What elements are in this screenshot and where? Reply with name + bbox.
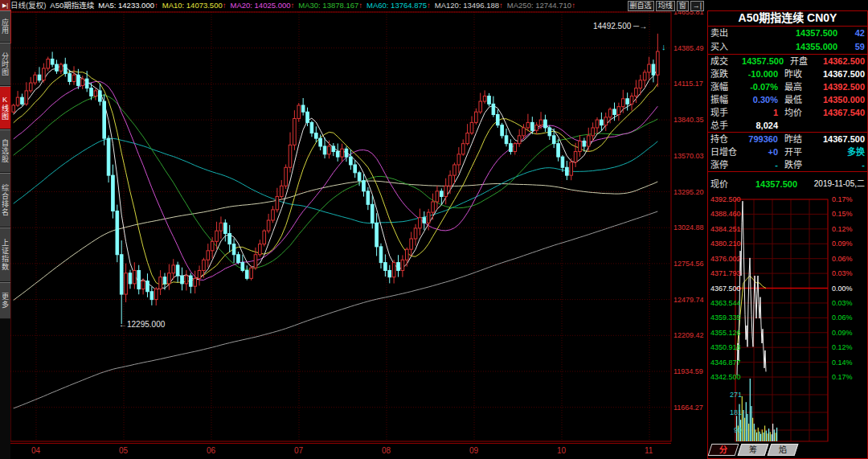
intraday-price-label: 4392.500 [710, 195, 751, 203]
current-price-row: 现价14357.5002019-11-05,二 [708, 178, 867, 191]
price-axis-label: 11934.59 [674, 367, 707, 375]
quote-rows: 卖出14357.50042买入14355.00059成交14357.500开盘1… [708, 27, 867, 191]
quote-label: 最高 [784, 80, 812, 93]
intraday-percent-label: 0.15% [832, 210, 866, 218]
quote-value: 多换 [812, 145, 865, 158]
month-label-07: 07 [294, 446, 303, 455]
month-label-11: 11 [645, 446, 653, 455]
quote-row-9: 持仓799360昨结14367.500 [708, 133, 867, 145]
topbar-button-4[interactable]: →| [690, 1, 704, 11]
quote-label: 涨跌 [710, 68, 744, 80]
intraday-price-label: 4363.544 [710, 299, 751, 307]
quote-value: 14357.500 [744, 27, 837, 40]
quote-label: 现手 [710, 106, 744, 119]
quote-label: 跌停 [784, 158, 812, 171]
quote-row-1: 卖出14357.50042 [708, 27, 867, 40]
quote-value: 14357.500 [744, 178, 797, 191]
sidebar-item-6[interactable]: 上证指数 [0, 227, 10, 282]
topbar-button-1[interactable]: 删自选 [628, 1, 654, 11]
quote-value [812, 119, 865, 132]
up-arrow-icon: ↑ [358, 1, 362, 10]
intraday-percent-label: 0.17% [832, 373, 866, 381]
panel-tab-3[interactable]: 焰 [769, 444, 796, 456]
price-axis-label: 14385.49 [674, 44, 707, 52]
intraday-percent-label: 0.03% [832, 269, 866, 277]
quote-label: 昨收 [784, 68, 812, 80]
quote-value: 14367.500 [812, 133, 865, 145]
intraday-percent-label: 0.14% [832, 359, 866, 367]
quote-panel: A50期指连续 CN0Y 卖出14357.50042买入14355.00059成… [707, 10, 868, 459]
quote-label: 日增仓 [710, 145, 744, 158]
intraday-price-label: 4350.918 [710, 343, 751, 351]
quote-value: 14392.500 [812, 80, 865, 93]
sidebar-item-4[interactable]: 自选股 [0, 129, 10, 173]
quote-value: 799360 [744, 133, 778, 145]
quote-value: - [812, 158, 865, 171]
sidebar-item-7[interactable]: 更多 [0, 282, 10, 319]
price-axis-label: 13024.88 [674, 223, 707, 232]
intraday-percent-label: 0.00% [832, 285, 866, 293]
price-axis-label: 13570.03 [674, 152, 707, 160]
quote-label: 最低 [784, 93, 812, 106]
sidebar-item-3[interactable]: K线图 [0, 86, 10, 129]
quote-label: 卖出 [710, 27, 744, 40]
symbol-label: A50期指连续 [50, 0, 94, 11]
quote-row-3: 成交14357.500开盘14362.500 [708, 55, 867, 68]
sidebar-item-2[interactable]: 分时图 [0, 43, 10, 86]
quote-count: 42 [837, 27, 865, 40]
quote-label: 涨幅 [710, 80, 744, 93]
price-axis-label: 12479.74 [674, 296, 707, 304]
intraday-percent-label: 0.06% [832, 255, 866, 263]
topbar-button-3[interactable]: 窗 [677, 1, 689, 11]
price-axis-label: 13840.35 [674, 116, 707, 124]
quote-value: +0 [744, 145, 778, 158]
quote-label: 均价 [784, 106, 812, 119]
sidebar-item-5[interactable]: 综合排名 [0, 173, 10, 227]
intraday-volume-label: 181 [719, 408, 742, 416]
sidebar-collapse-icon[interactable]: ▶| [0, 0, 10, 10]
ma-legend-entry-4: MA30: 13878.167↑ [298, 0, 362, 11]
month-label-06: 06 [207, 446, 215, 455]
quote-label: 买入 [710, 40, 744, 54]
quote-label: 昨结 [784, 133, 812, 145]
intraday-price-label: 4367.500 [710, 285, 751, 293]
sidebar-item-1[interactable]: 应用 [0, 10, 10, 43]
ma-legend: MA5: 14233.000↑MA10: 14073.500↑MA20: 140… [98, 0, 579, 11]
tab-label: 筹 [749, 445, 757, 454]
high-price-annotation: 14492.500 ─→ [593, 22, 647, 31]
quote-value: 14362.500 [816, 55, 865, 68]
panel-tab-2[interactable]: 筹 [739, 444, 767, 456]
panel-tab-1[interactable]: 分 [710, 444, 737, 456]
quote-value: 14357.500 [742, 55, 784, 68]
period-label: 日线(复权) [10, 0, 46, 11]
chart-info-bar: 日线(复权) A50期指连续 MA5: 14233.000↑MA10: 1407… [10, 0, 707, 11]
panel-tabs: 分筹焰 [710, 444, 799, 456]
quote-value: -10.000 [744, 68, 778, 80]
sidebar-filler [0, 319, 10, 459]
intraday-percent-label: 0.12% [832, 343, 866, 351]
quote-label [784, 119, 812, 132]
month-label-04: 04 [31, 446, 40, 455]
ma-legend-entry-7: MA250: 12744.710↑ [507, 0, 575, 11]
tab-label: 分 [719, 445, 727, 454]
topbar-buttons: 删自选均线窗→| [628, 0, 707, 11]
price-axis-label: 11664.27 [674, 404, 707, 412]
quote-label: 开盘 [790, 55, 816, 68]
quote-row-11: 涨停-跌停- [708, 158, 867, 172]
intraday-percent-label: 0.06% [832, 314, 866, 322]
quote-label: 成交 [710, 55, 742, 68]
quote-row-10: 日增仓+0开平多换 [708, 145, 867, 158]
intraday-price-label: 4346.877 [710, 359, 751, 367]
intraday-percent-label: 0.03% [832, 299, 866, 307]
low-price-annotation: ←12295.000 [119, 320, 165, 329]
up-arrow-icon: ↑ [427, 1, 431, 10]
quote-label: 现价 [710, 178, 744, 191]
price-axis-label: 14115.17 [674, 80, 707, 88]
quote-count: 59 [837, 40, 865, 54]
topbar-button-2[interactable]: 均线 [656, 1, 675, 11]
quote-row-5: 涨幅-0.07%最高14392.500 [708, 80, 867, 93]
quote-value: 14367.500 [812, 68, 865, 80]
intraday-percent-label: 0.09% [832, 240, 866, 248]
price-axis-label: 13295.20 [674, 188, 707, 196]
intraday-percent-label: 0.12% [832, 225, 866, 233]
